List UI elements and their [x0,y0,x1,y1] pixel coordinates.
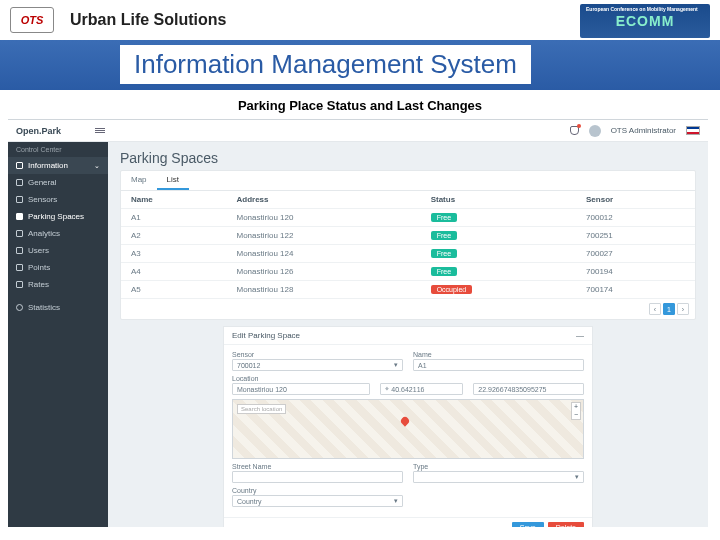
sidebar-item-analytics[interactable]: Analytics [8,225,108,242]
street-input[interactable] [232,471,403,483]
pager-next[interactable]: › [677,303,689,315]
square-icon [16,196,23,203]
sidebar: Control Center Information⌄ General Sens… [8,142,108,527]
cell-address: Monastiriou 124 [226,245,420,263]
type-label: Type [413,463,584,470]
delete-button[interactable]: Delete [548,522,584,527]
lat-input[interactable]: ⌖40.642116 [380,383,463,395]
cell-name: A4 [121,263,226,281]
table-row[interactable]: A4Monastiriou 126Free700194 [121,263,695,281]
slide-caption: Parking Place Status and Last Changes [0,90,720,119]
square-icon [16,179,23,186]
col-status[interactable]: Status [421,191,576,209]
page-title: Parking Spaces [120,150,696,166]
type-select[interactable]: ▾ [413,471,584,483]
cell-sensor: 700251 [576,227,695,245]
sidebar-item-users[interactable]: Users [8,242,108,259]
title-bar: Information Management System [0,40,720,90]
map-search-input[interactable]: Search location [237,404,286,414]
sidebar-item-label: Parking Spaces [28,212,84,221]
location-label: Location [232,375,584,382]
cell-status: Free [421,263,576,281]
user-name[interactable]: OTS Administrator [611,126,676,135]
country-label: Country [232,487,403,494]
tab-map[interactable]: Map [121,171,157,190]
sidebar-item-sensors[interactable]: Sensors [8,191,108,208]
menu-toggle-icon[interactable] [95,128,105,133]
language-flag-icon[interactable] [686,126,700,135]
sidebar-item-information[interactable]: Information⌄ [8,157,108,174]
col-sensor[interactable]: Sensor [576,191,695,209]
parking-table: Name Address Status Sensor A1Monastiriou… [121,191,695,299]
sensor-select[interactable]: 700012▾ [232,359,403,371]
edit-panel-title: Edit Parking Space [232,331,300,340]
table-row[interactable]: A1Monastiriou 120Free700012 [121,209,695,227]
sidebar-item-general[interactable]: General [8,174,108,191]
cell-address: Monastiriou 120 [226,209,420,227]
ots-logo: OTS [10,7,54,33]
sidebar-item-label: General [28,178,56,187]
cell-status: Occupied [421,281,576,299]
pager-page-1[interactable]: 1 [663,303,675,315]
avatar[interactable] [589,125,601,137]
sidebar-item-parking-spaces[interactable]: Parking Spaces [8,208,108,225]
cell-status: Free [421,227,576,245]
sidebar-item-statistics[interactable]: Statistics [8,299,108,316]
square-icon [16,230,23,237]
ecomm-logo: European Conference on Mobility Manageme… [580,4,710,38]
slide-subtitle: Urban Life Solutions [70,11,226,29]
cell-status: Free [421,209,576,227]
sensor-label: Sensor [232,351,403,358]
cell-address: Monastiriou 128 [226,281,420,299]
col-name[interactable]: Name [121,191,226,209]
cell-name: A1 [121,209,226,227]
col-address[interactable]: Address [226,191,420,209]
map-zoom-controls[interactable]: +− [571,402,581,420]
sidebar-item-label: Sensors [28,195,57,204]
list-panel: Map List Name Address Status Sensor A1Mo… [120,170,696,320]
sidebar-item-label: Information [28,161,68,170]
sidebar-item-rates[interactable]: Rates [8,276,108,293]
info-icon [16,162,23,169]
cell-sensor: 700174 [576,281,695,299]
notification-bell-icon[interactable] [570,126,579,135]
name-input[interactable]: A1 [413,359,584,371]
table-row[interactable]: A2Monastiriou 122Free700251 [121,227,695,245]
cell-address: Monastiriou 122 [226,227,420,245]
collapse-icon[interactable]: — [576,331,584,340]
chevron-down-icon: ⌄ [94,162,100,170]
sidebar-item-points[interactable]: Points [8,259,108,276]
cell-sensor: 700027 [576,245,695,263]
edit-panel: Edit Parking Space — Sensor700012▾ NameA… [223,326,593,527]
slide-title: Information Management System [134,49,517,79]
sidebar-item-label: Points [28,263,50,272]
tabs: Map List [121,171,695,191]
app-window: Open.Park OTS Administrator Control Cent… [8,119,708,527]
cell-sensor: 700194 [576,263,695,281]
street-label: Street Name [232,463,403,470]
sidebar-header: Control Center [8,142,108,157]
tab-list[interactable]: List [157,171,189,190]
main-content: Parking Spaces Map List Name Address Sta… [108,142,708,527]
save-button[interactable]: Save [512,522,544,527]
sidebar-item-label: Rates [28,280,49,289]
table-row[interactable]: A5Monastiriou 128Occupied700174 [121,281,695,299]
map-pin-icon[interactable] [399,416,410,427]
location-map[interactable]: Search location +− [232,399,584,459]
cell-name: A5 [121,281,226,299]
name-label: Name [413,351,584,358]
sidebar-item-label: Analytics [28,229,60,238]
square-icon [16,264,23,271]
status-badge: Free [431,249,457,258]
slide-header: OTS Urban Life Solutions European Confer… [0,0,720,40]
lng-input[interactable]: 22.926674835095275 [473,383,584,395]
table-row[interactable]: A3Monastiriou 124Free700027 [121,245,695,263]
square-icon [16,213,23,220]
country-select[interactable]: Country▾ [232,495,403,507]
address-input[interactable]: Monastiriou 120 [232,383,370,395]
cell-address: Monastiriou 126 [226,263,420,281]
square-icon [16,281,23,288]
pager-prev[interactable]: ‹ [649,303,661,315]
status-badge: Free [431,231,457,240]
app-topbar: Open.Park OTS Administrator [8,120,708,142]
